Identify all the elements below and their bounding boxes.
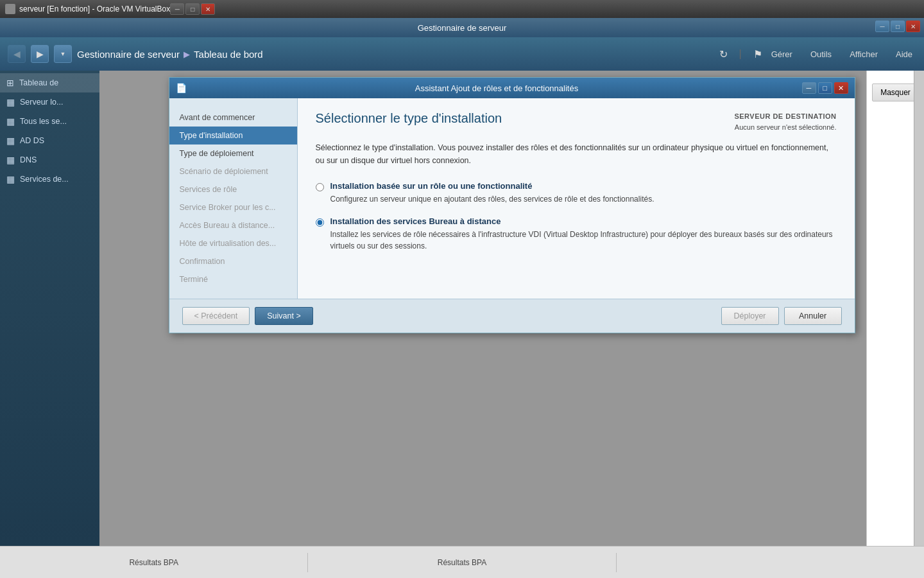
- radio-rds[interactable]: [316, 218, 324, 227]
- tableau-icon: ⊞: [6, 78, 14, 88]
- menu-afficher[interactable]: Afficher: [846, 47, 882, 62]
- sidebar-item-dns[interactable]: ▦ DNS: [0, 150, 99, 170]
- scrollbar[interactable]: [914, 71, 924, 546]
- sm-title: Gestionnaire de serveur: [418, 23, 507, 33]
- sm-content: 📄 Assistant Ajout de rôles et de fonctio…: [99, 71, 924, 546]
- dialog-icon: 📄: [176, 83, 187, 93]
- radio-role-based-label: Installation basée sur un rôle ou une fo…: [330, 181, 837, 191]
- dialog-body: Avant de commencer Type d'installation T…: [169, 98, 855, 299]
- menu-outils[interactable]: Outils: [807, 47, 835, 62]
- radio-role-based-desc: Configurez un serveur unique en ajoutant…: [330, 193, 837, 205]
- sidebar-label-adds: AD DS: [20, 136, 44, 145]
- bpa-cell-2: Résultats BPA: [308, 553, 616, 572]
- dialog-nav: Avant de commencer Type d'installation T…: [169, 98, 298, 299]
- radio-rds-content: Installation des services Bureau à dista…: [330, 216, 837, 252]
- nav-type-installation[interactable]: Type d'installation: [169, 127, 297, 144]
- masquer-button[interactable]: Masquer: [872, 83, 919, 101]
- nav-service-broker: Service Broker pour les c...: [169, 198, 297, 216]
- back-btn[interactable]: ◀: [8, 45, 26, 63]
- vbox-icon: [5, 4, 15, 14]
- serveur-local-icon: ▦: [6, 97, 15, 107]
- dialog-titlebar: 📄 Assistant Ajout de rôles et de fonctio…: [169, 78, 855, 98]
- sm-minimize-btn[interactable]: ─: [875, 21, 889, 32]
- nav-hote-virtualisation: Hôte de virtualisation des...: [169, 234, 297, 252]
- services-icon: ▦: [6, 174, 15, 184]
- menu-aide[interactable]: Aide: [892, 47, 916, 62]
- toolbar-actions: ↻ | ⚑: [719, 48, 762, 60]
- menu-gerer[interactable]: Gérer: [767, 47, 796, 62]
- bpa-cell-1: Résultats BPA: [0, 553, 308, 572]
- sm-toolbar: ◀ ▶ ▼ Gestionnaire de serveur ▶ Tableau …: [0, 37, 924, 71]
- breadcrumb: Gestionnaire de serveur ▶ Tableau de bor…: [77, 49, 714, 60]
- sm-main: ⊞ Tableau de ▦ Serveur lo... ▦ Tous les …: [0, 71, 924, 546]
- nav-acces-bureau: Accès Bureau à distance...: [169, 216, 297, 234]
- deploy-button[interactable]: Déployer: [721, 307, 779, 325]
- nav-termine: Terminé: [169, 270, 297, 288]
- breadcrumb-separator: ▶: [184, 49, 190, 59]
- nav-scenario: Scénario de déploiement: [169, 162, 297, 180]
- bpa-cell-3: [617, 557, 924, 568]
- refresh-icon[interactable]: ↻: [719, 48, 728, 60]
- breadcrumb-root: Gestionnaire de serveur: [77, 49, 180, 60]
- nav-type-deploiement[interactable]: Type de déploiement: [169, 144, 297, 162]
- nav-services-role: Services de rôle: [169, 180, 297, 198]
- radio-option-role-based: Installation basée sur un rôle ou une fo…: [316, 181, 837, 205]
- destination-label: SERVEUR DE DESTINATION: [734, 111, 836, 122]
- server-manager-window: Gestionnaire de serveur ─ □ ✕ ◀ ▶ ▼ Gest…: [0, 18, 924, 578]
- dialog-title: Assistant Ajout de rôles et de fonctionn…: [192, 83, 802, 93]
- dialog-content: Sélectionner le type d'installation SERV…: [298, 98, 855, 299]
- breadcrumb-page: Tableau de bord: [194, 49, 263, 60]
- bpa-bar: Résultats BPA Résultats BPA: [0, 546, 924, 578]
- wizard-dialog: 📄 Assistant Ajout de rôles et de fonctio…: [169, 77, 855, 333]
- tous-serveurs-icon: ▦: [6, 116, 15, 127]
- radio-role-based-content: Installation basée sur un rôle ou une fo…: [330, 181, 837, 205]
- dialog-close-btn[interactable]: ✕: [834, 82, 848, 94]
- flag-icon[interactable]: ⚑: [753, 48, 762, 60]
- sidebar-item-tous-serveurs[interactable]: ▦ Tous les se...: [0, 112, 99, 131]
- sidebar-label-tableau: Tableau de: [19, 78, 58, 87]
- radio-option-rds: Installation des services Bureau à dista…: [316, 216, 837, 252]
- sm-win-controls: ─ □ ✕: [875, 21, 920, 32]
- next-button[interactable]: Suivant >: [255, 307, 312, 325]
- prev-button[interactable]: < Précédent: [182, 307, 250, 325]
- adds-icon: ▦: [6, 136, 15, 146]
- destination-value: Aucun serveur n'est sélectionné.: [734, 122, 836, 133]
- sidebar-item-tableau[interactable]: ⊞ Tableau de: [0, 73, 99, 92]
- dialog-win-controls: ─ □ ✕: [802, 82, 848, 94]
- dropdown-btn[interactable]: ▼: [54, 45, 72, 63]
- toolbar-menu: Gérer Outils Afficher Aide: [767, 47, 916, 62]
- nav-avant[interactable]: Avant de commencer: [169, 109, 297, 127]
- sm-sidebar: ⊞ Tableau de ▦ Serveur lo... ▦ Tous les …: [0, 71, 99, 546]
- vbox-maximize-btn[interactable]: □: [185, 3, 200, 15]
- sidebar-label-tous-serveurs: Tous les se...: [20, 117, 67, 126]
- nav-confirmation: Confirmation: [169, 252, 297, 270]
- vbox-close-btn[interactable]: ✕: [201, 3, 215, 15]
- radio-rds-desc: Installez les services de rôle nécessair…: [330, 229, 837, 252]
- install-description: Sélectionnez le type d'installation. Vou…: [316, 141, 837, 167]
- dialog-maximize-btn[interactable]: □: [818, 82, 832, 94]
- forward-btn[interactable]: ▶: [31, 45, 49, 63]
- sm-titlebar: Gestionnaire de serveur ─ □ ✕: [0, 18, 924, 37]
- sidebar-label-serveur-local: Serveur lo...: [20, 98, 63, 107]
- sidebar-label-dns: DNS: [20, 155, 37, 164]
- vbox-title: serveur [En fonction] - Oracle VM Virtua…: [19, 4, 170, 13]
- sm-close-btn[interactable]: ✕: [906, 21, 920, 32]
- sm-maximize-btn[interactable]: □: [891, 21, 905, 32]
- section-title: Sélectionner le type d'installation: [316, 111, 502, 126]
- vbox-minimize-btn[interactable]: ─: [170, 3, 184, 15]
- sidebar-item-adds[interactable]: ▦ AD DS: [0, 131, 99, 150]
- dialog-footer: < Précédent Suivant > Déployer Annuler: [169, 299, 855, 333]
- radio-rds-label: Installation des services Bureau à dista…: [330, 216, 837, 226]
- dialog-minimize-btn[interactable]: ─: [802, 82, 816, 94]
- vbox-titlebar: serveur [En fonction] - Oracle VM Virtua…: [0, 0, 924, 18]
- destination-info: SERVEUR DE DESTINATION Aucun serveur n'e…: [734, 111, 836, 132]
- cancel-button[interactable]: Annuler: [784, 307, 842, 325]
- sidebar-item-services[interactable]: ▦ Services de...: [0, 170, 99, 189]
- vbox-win-controls: ─ □ ✕: [170, 3, 215, 15]
- separator-icon: |: [739, 48, 742, 60]
- sidebar-label-services: Services de...: [20, 175, 69, 184]
- dialog-overlay: 📄 Assistant Ajout de rôles et de fonctio…: [99, 71, 924, 546]
- sidebar-item-serveur-local[interactable]: ▦ Serveur lo...: [0, 92, 99, 112]
- dns-icon: ▦: [6, 155, 15, 165]
- radio-role-based[interactable]: [316, 183, 324, 191]
